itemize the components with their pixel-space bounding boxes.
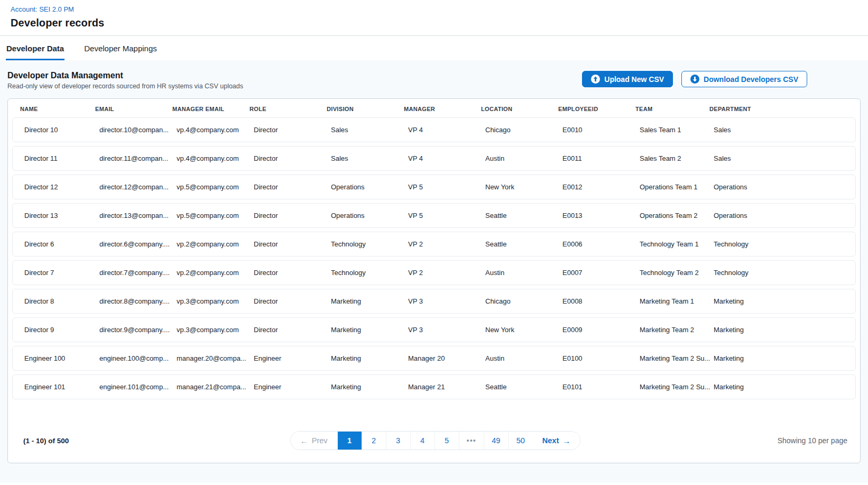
cell-employeeid: E0009	[562, 326, 640, 334]
page-title: Developer records	[11, 17, 855, 29]
pagination-next-button[interactable]: Next →	[533, 432, 580, 450]
cell-manager-email: manager.20@compa...	[177, 354, 254, 362]
pagination-page-1[interactable]: 1	[338, 432, 362, 450]
cell-division: Operations	[331, 183, 408, 191]
cell-role: Director	[254, 212, 331, 219]
cell-manager-email: vp.3@company.com	[177, 326, 254, 334]
cell-employeeid: E0006	[562, 240, 640, 248]
pagination-pages: 12345•••4950	[338, 432, 533, 450]
column-header-location: Location	[481, 106, 558, 112]
table-row: Director 8 director.8@company.... vp.3@c…	[12, 289, 856, 314]
cell-employeeid: E0007	[562, 269, 640, 277]
pagination-page-2[interactable]: 2	[362, 432, 386, 450]
cell-employeeid: E0012	[562, 183, 640, 191]
developer-table-card: Name Email Manager Email Role Division M…	[7, 98, 861, 463]
cell-name: Engineer 100	[24, 354, 99, 362]
table-row: Engineer 101 engineer.101@comp... manage…	[12, 374, 856, 399]
cell-email: director.7@company....	[99, 269, 177, 277]
pagination-page-3[interactable]: 3	[386, 432, 411, 450]
tab-developer-data[interactable]: Developer Data	[6, 36, 64, 60]
cell-department: Sales	[714, 126, 855, 134]
column-header-name: Name	[20, 106, 95, 112]
cell-role: Director	[254, 269, 331, 277]
cell-location: Austin	[485, 154, 562, 162]
cell-team: Operations Team 1	[640, 183, 714, 191]
cell-team: Marketing Team 2 Su...	[640, 354, 714, 362]
cell-manager: VP 2	[408, 240, 485, 248]
cell-manager: VP 5	[408, 212, 485, 219]
cell-division: Sales	[331, 126, 408, 134]
tab-developer-mappings[interactable]: Developer Mappings	[84, 36, 158, 60]
account-breadcrumb-link[interactable]: Account: SEI 2.0 PM	[11, 5, 855, 13]
cell-name: Director 13	[24, 212, 99, 219]
cell-department: Technology	[714, 269, 855, 277]
cell-department: Operations	[714, 183, 855, 191]
download-developers-csv-button[interactable]: Download Developers CSV	[681, 71, 807, 87]
per-page-label: Showing 10 per page	[580, 436, 847, 445]
tab-bar: Developer Data Developer Mappings	[0, 35, 868, 60]
pagination-page-5[interactable]: 5	[435, 432, 459, 450]
cell-division: Marketing	[331, 297, 408, 305]
cell-manager: VP 4	[408, 154, 485, 162]
cell-manager: VP 3	[408, 326, 485, 334]
table-footer: (1 - 10) of 500 ← Prev 12345•••4950 Next…	[8, 431, 860, 463]
cell-team: Marketing Team 1	[640, 297, 714, 305]
cell-division: Technology	[331, 269, 408, 277]
cell-department: Marketing	[714, 354, 855, 362]
arrow-left-icon: ←	[300, 437, 308, 445]
table-body: Director 10 director.10@compan... vp.4@c…	[8, 117, 860, 403]
table-header-row: Name Email Manager Email Role Division M…	[8, 99, 860, 117]
cell-location: Chicago	[485, 126, 562, 134]
cell-department: Marketing	[714, 326, 855, 334]
cell-employeeid: E0100	[562, 354, 640, 362]
cell-division: Marketing	[331, 326, 408, 334]
cell-team: Sales Team 2	[640, 154, 714, 162]
cell-name: Director 8	[24, 297, 99, 305]
pagination-page-49[interactable]: 49	[484, 432, 509, 450]
cell-email: director.12@compan...	[99, 183, 177, 191]
cell-manager: VP 2	[408, 269, 485, 277]
cell-manager-email: vp.4@company.com	[177, 154, 254, 162]
cell-email: director.13@compan...	[99, 212, 177, 219]
cell-division: Technology	[331, 240, 408, 248]
cell-department: Operations	[714, 212, 855, 219]
cell-manager: VP 4	[408, 126, 485, 134]
cell-email: director.9@company....	[99, 326, 177, 334]
cell-team: Technology Team 2	[640, 269, 714, 277]
cell-location: Seattle	[485, 212, 562, 219]
cell-manager: Manager 21	[408, 383, 485, 391]
cell-role: Director	[254, 240, 331, 248]
cell-location: Seattle	[485, 383, 562, 391]
cell-employeeid: E0008	[562, 297, 640, 305]
pagination-page-4[interactable]: 4	[411, 432, 435, 450]
pagination-prev-button[interactable]: ← Prev	[291, 432, 338, 450]
cell-division: Operations	[331, 212, 408, 219]
table-row: Director 13 director.13@compan... vp.5@c…	[12, 203, 856, 228]
download-button-label: Download Developers CSV	[704, 75, 798, 84]
cell-manager-email: vp.2@company.com	[177, 269, 254, 277]
page-header: Account: SEI 2.0 PM Developer records	[0, 0, 868, 35]
table-row: Engineer 100 engineer.100@comp... manage…	[12, 346, 856, 371]
column-header-employeeid: EmployeeId	[558, 106, 635, 112]
cell-division: Sales	[331, 154, 408, 162]
cell-name: Engineer 101	[24, 383, 99, 391]
cell-location: Chicago	[485, 297, 562, 305]
cell-department: Marketing	[714, 297, 855, 305]
cell-manager: VP 5	[408, 183, 485, 191]
cell-manager-email: vp.4@company.com	[177, 126, 254, 134]
cell-email: engineer.101@comp...	[99, 383, 177, 391]
cell-role: Engineer	[254, 383, 331, 391]
cell-email: director.8@company....	[99, 297, 177, 305]
cell-manager-email: vp.5@company.com	[177, 183, 254, 191]
cell-email: director.10@compan...	[99, 126, 177, 134]
section-header: Developer Data Management Read-only view…	[7, 68, 861, 98]
pagination-page-50[interactable]: 50	[509, 432, 533, 450]
column-header-manager: Manager	[404, 106, 481, 112]
cell-team: Technology Team 1	[640, 240, 714, 248]
cell-employeeid: E0101	[562, 383, 640, 391]
cell-manager: Manager 20	[408, 354, 485, 362]
upload-new-csv-button[interactable]: Upload New CSV	[582, 71, 673, 87]
table-row: Director 6 director.6@company.... vp.2@c…	[12, 232, 856, 257]
cell-location: Seattle	[485, 240, 562, 248]
arrow-right-icon: →	[562, 437, 570, 445]
